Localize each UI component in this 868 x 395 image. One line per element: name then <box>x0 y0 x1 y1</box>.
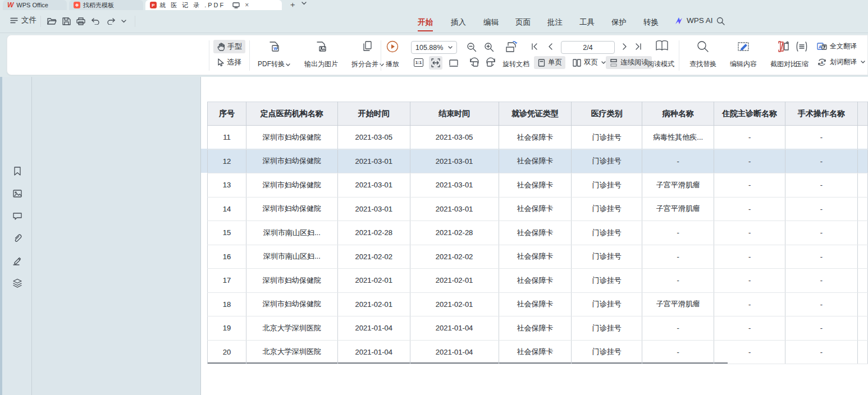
table-header-cell: 住院主诊断名称 <box>714 102 785 126</box>
rotate-document-label[interactable]: 旋转文档 <box>502 59 529 69</box>
menu-item-protect[interactable]: 保护 <box>608 16 630 29</box>
next-page-icon[interactable] <box>622 43 628 50</box>
close-tab-icon[interactable]: × <box>245 1 249 9</box>
word-translate-button[interactable]: A 划词翻译 <box>817 57 865 67</box>
document-page[interactable]: 序号定点医药机构名称开始时间结束时间就诊凭证类型医疗类别病种名称住院主诊断名称手… <box>200 77 868 395</box>
menu-item-convert[interactable]: 转换 <box>640 16 662 29</box>
menu-item-comment[interactable]: 批注 <box>544 16 566 29</box>
table-cell: 北京大学深圳医院 <box>246 340 337 364</box>
save-icon[interactable] <box>62 17 71 25</box>
zoom-level-select[interactable]: 105.88% <box>411 41 457 54</box>
wps-ai-button[interactable]: WPS AI <box>675 16 713 25</box>
table-cell: 门诊挂号 <box>572 173 642 198</box>
table-cell: 深圳市妇幼保健院 <box>246 197 337 221</box>
quick-access-chevron-icon[interactable] <box>121 20 126 23</box>
table-cell: 16 <box>208 245 246 269</box>
first-page-icon[interactable] <box>531 43 538 50</box>
export-image-button[interactable]: 输出为图片 <box>297 39 345 72</box>
new-tab-button[interactable]: ＋ <box>289 0 296 10</box>
table-header-cell <box>857 102 867 126</box>
actual-size-button[interactable]: 1:1 <box>414 58 423 67</box>
table-cell: - <box>714 316 785 341</box>
table-cell: 2021-02-01 <box>410 269 499 293</box>
previous-page-icon[interactable] <box>547 43 553 50</box>
hand-tool-button[interactable]: 手型 <box>213 40 245 53</box>
table-cell: 2021-02-02 <box>410 245 499 269</box>
hand-tool-label: 手型 <box>227 42 242 52</box>
word-translate-icon: A <box>817 58 827 67</box>
layers-icon[interactable] <box>12 278 23 289</box>
screen-share-icon[interactable] <box>232 2 240 8</box>
reading-mode-label[interactable]: 阅读模式 <box>647 59 674 69</box>
full-translate-label: 全文翻译 <box>830 42 857 51</box>
print-icon[interactable] <box>76 17 85 25</box>
compress-button[interactable]: 压缩 <box>789 39 815 72</box>
menu-item-tools[interactable]: 工具 <box>576 16 598 29</box>
table-cell <box>857 221 867 245</box>
play-button[interactable]: 播放 <box>380 39 405 72</box>
menu-item-insert[interactable]: 插入 <box>447 16 469 29</box>
single-page-button[interactable]: 单页 <box>534 56 565 69</box>
attachment-icon[interactable] <box>12 233 23 244</box>
bookmark-icon[interactable] <box>12 166 23 177</box>
table-cell: 社会保障卡 <box>499 340 572 364</box>
table-cell: 2021-03-05 <box>410 126 499 150</box>
table-cell: 社会保障卡 <box>499 126 572 150</box>
edit-content-button[interactable]: 编辑内容 <box>724 39 763 72</box>
table-cell: 门诊挂号 <box>572 197 642 221</box>
fit-page-button[interactable] <box>449 58 459 68</box>
tab-list-chevron-icon[interactable] <box>301 2 307 5</box>
continuous-reading-button[interactable]: 连续阅读 <box>606 56 652 69</box>
signature-icon[interactable] <box>12 255 23 267</box>
rotate-left-icon[interactable] <box>469 57 479 68</box>
table-cell: - <box>785 221 858 245</box>
rotate-document-icon[interactable] <box>505 40 519 54</box>
tab-document-pdf[interactable]: P 就 医 记 录 .PDF × <box>145 0 282 10</box>
file-menu-button[interactable]: 文件 <box>10 15 36 25</box>
double-page-button[interactable]: 双页 <box>569 56 609 69</box>
table-cell: 社会保障卡 <box>499 173 572 198</box>
table-cell: 社会保障卡 <box>499 197 572 221</box>
table-cell: 深圳市妇幼保健院 <box>246 292 337 316</box>
svg-text:A: A <box>820 61 823 65</box>
redo-icon[interactable] <box>107 17 115 25</box>
menu-item-page[interactable]: 页面 <box>512 16 534 29</box>
single-page-icon <box>537 58 546 67</box>
reading-mode-icon[interactable] <box>654 39 670 53</box>
zoom-in-icon[interactable] <box>484 42 494 52</box>
rotate-right-icon[interactable] <box>486 57 496 68</box>
edit-content-icon <box>737 40 750 53</box>
tab-docer-templates[interactable]: ❖ 找稻壳模板 <box>69 0 143 10</box>
menu-item-home[interactable]: 开始 <box>414 16 436 29</box>
table-header-cell: 就诊凭证类型 <box>499 102 572 126</box>
table-cell: 门诊挂号 <box>572 292 642 316</box>
find-replace-button[interactable]: 查找替换 <box>683 39 723 72</box>
thumbnail-icon[interactable] <box>12 188 23 199</box>
menu-item-edit[interactable]: 编辑 <box>480 16 502 29</box>
page-indicator-value: 2/4 <box>583 44 592 52</box>
full-translate-button[interactable]: A 全文翻译 <box>817 42 857 51</box>
tab-label: WPS Office <box>16 2 48 8</box>
full-translate-icon: A <box>817 42 827 50</box>
last-page-icon[interactable] <box>635 43 642 50</box>
table-cell: 2021-01-04 <box>337 340 410 364</box>
page-number-input[interactable]: 2/4 <box>561 41 615 54</box>
tab-wps-office[interactable]: W WPS Office <box>3 0 67 10</box>
fit-width-button[interactable] <box>429 56 442 70</box>
play-label: 播放 <box>386 59 399 69</box>
select-tool-button[interactable]: 选择 <box>213 56 245 69</box>
zoom-out-icon[interactable] <box>467 42 477 52</box>
table-cell: - <box>785 340 858 364</box>
comment-icon[interactable] <box>12 210 23 222</box>
table-row: 12深圳市妇幼保健院2021-03-012021-03-01社会保障卡门诊挂号-… <box>208 149 868 173</box>
table-row: 16深圳市南山区妇...2021-02-022021-02-02社会保障卡门诊挂… <box>208 245 868 269</box>
table-cell: 17 <box>208 269 246 293</box>
open-file-icon[interactable] <box>47 17 57 25</box>
undo-icon[interactable] <box>92 17 100 25</box>
find-replace-icon <box>696 40 710 53</box>
menu-search-icon[interactable] <box>716 17 725 25</box>
table-cell: - <box>785 173 858 198</box>
table-cell: - <box>642 340 714 364</box>
table-cell: 深圳市南山区妇... <box>246 221 337 245</box>
pdf-convert-button[interactable]: W PDF转换 <box>252 39 296 72</box>
